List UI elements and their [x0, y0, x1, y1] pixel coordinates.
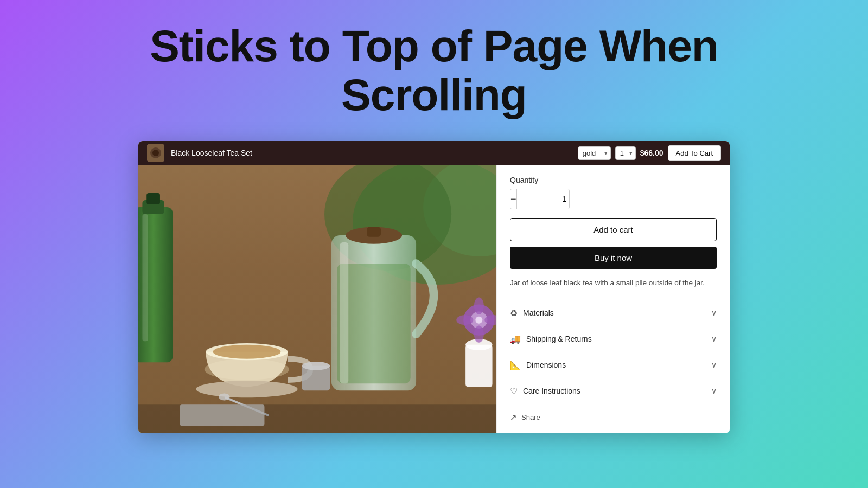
- sticky-controls: gold silver black 1 2 3 $66.00 Add To Ca…: [578, 145, 721, 161]
- product-image: [138, 165, 496, 433]
- svg-rect-16: [340, 242, 349, 383]
- materials-icon: ♻: [510, 308, 518, 318]
- svg-rect-10: [146, 193, 160, 204]
- page-headline: Sticks to Top of Page When Scrolling: [150, 22, 718, 119]
- share-icon: ↗: [510, 413, 517, 422]
- materials-label: Materials: [523, 309, 554, 317]
- shipping-label: Shipping & Returns: [526, 335, 592, 343]
- svg-point-19: [213, 345, 281, 359]
- care-chevron-icon: ∨: [711, 387, 717, 395]
- svg-point-32: [474, 326, 484, 343]
- quantity-select[interactable]: 1 2 3: [615, 146, 636, 160]
- svg-point-2: [152, 150, 159, 156]
- quantity-input[interactable]: [516, 189, 570, 209]
- share-label: Share: [521, 413, 540, 421]
- buy-now-button[interactable]: Buy it now: [510, 247, 717, 269]
- variant-select[interactable]: gold silver black: [578, 146, 611, 160]
- shipping-chevron-icon: ∨: [711, 335, 717, 343]
- share-button[interactable]: ↗ Share: [510, 404, 717, 422]
- svg-rect-25: [465, 345, 492, 387]
- svg-point-20: [196, 381, 297, 397]
- quantity-label: Quantity: [510, 176, 717, 184]
- svg-point-33: [456, 315, 473, 325]
- headline-line1: Sticks to Top of Page When: [150, 21, 718, 70]
- product-details-panel: Quantity − + Add to cart Buy it now Jar …: [496, 165, 730, 433]
- accordion-care-instructions[interactable]: ♡ Care Instructions ∨: [510, 378, 717, 404]
- quantity-select-wrapper[interactable]: 1 2 3: [615, 146, 636, 160]
- add-to-cart-button[interactable]: Add to cart: [510, 218, 717, 241]
- product-thumbnail: [147, 144, 164, 162]
- svg-rect-14: [367, 227, 381, 237]
- svg-point-24: [219, 394, 230, 401]
- sticky-header-bar: Black Looseleaf Tea Set gold silver blac…: [138, 141, 730, 165]
- product-image-area: [138, 165, 496, 433]
- sticky-product-title: Black Looseleaf Tea Set: [171, 149, 571, 157]
- sticky-price: $66.00: [640, 149, 663, 157]
- svg-rect-11: [142, 214, 148, 341]
- sticky-add-to-cart-button[interactable]: Add To Cart: [668, 145, 721, 161]
- svg-rect-35: [138, 405, 496, 433]
- product-description: Jar of loose leaf black tea with a small…: [510, 278, 717, 288]
- dimensions-icon: 📐: [510, 360, 521, 370]
- accordion-shipping[interactable]: 🚚 Shipping & Returns ∨: [510, 326, 717, 352]
- svg-point-30: [474, 298, 484, 314]
- quantity-minus-button[interactable]: −: [510, 189, 516, 209]
- dimensions-label: Dimensions: [526, 361, 566, 369]
- accordion-materials[interactable]: ♻ Materials ∨: [510, 300, 717, 326]
- headline-line2: Scrolling: [341, 70, 527, 119]
- svg-point-22: [302, 362, 330, 370]
- variant-select-wrapper[interactable]: gold silver black: [578, 146, 611, 160]
- svg-point-29: [475, 317, 482, 324]
- shipping-icon: 🚚: [510, 334, 521, 344]
- accordion-dimensions[interactable]: 📐 Dimensions ∨: [510, 352, 717, 378]
- dimensions-chevron-icon: ∨: [711, 361, 717, 369]
- care-label: Care Instructions: [523, 387, 580, 395]
- quantity-control: − +: [510, 189, 570, 209]
- care-icon: ♡: [510, 386, 518, 396]
- materials-chevron-icon: ∨: [711, 309, 717, 317]
- mockup-window: Black Looseleaf Tea Set gold silver blac…: [138, 141, 730, 433]
- product-content-area: Quantity − + Add to cart Buy it now Jar …: [138, 165, 730, 433]
